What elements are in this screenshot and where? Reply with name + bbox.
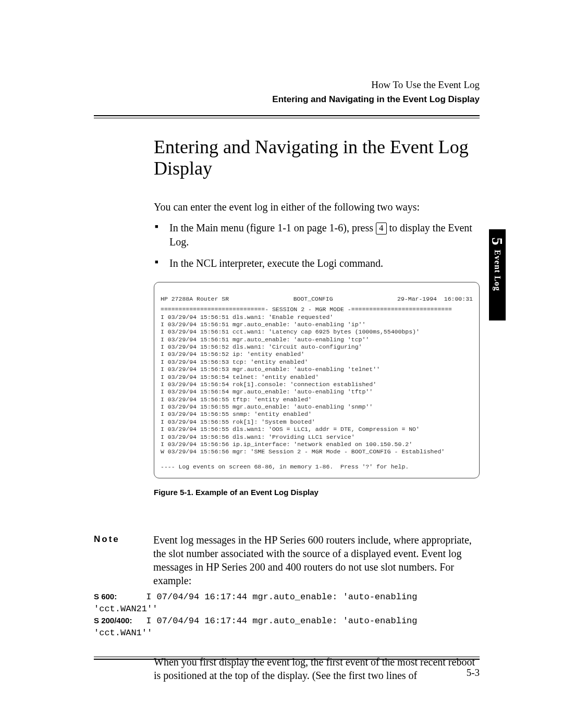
term-line: I 03/29/94 15:56:55 tftp: 'entity enable…	[161, 396, 312, 403]
s200-label: S 200/400:	[94, 615, 141, 626]
term-line: I 03/29/94 15:56:55 rok[1]: 'System boot…	[161, 418, 315, 425]
term-line: I 03/29/94 15:56:51 mgr.auto_enable: 'au…	[161, 336, 369, 343]
figure-caption: Figure 5-1. Example of an Event Log Disp…	[154, 488, 480, 497]
term-line: I 03/29/94 15:56:56 dls.wan1: 'Providing…	[161, 434, 355, 440]
note-label: Note	[94, 533, 142, 545]
bullet1-pre: In the Main menu (figure 1-1 on page 1-6…	[169, 222, 376, 233]
sidetab-text: Event Log	[493, 239, 502, 302]
section-title: Entering and Navigating in the Event Log…	[154, 137, 480, 180]
term-head-right: 29-Mar-1994 16:00:31	[397, 295, 473, 303]
term-line: I 03/29/94 15:56:54 telnet: 'entity enab…	[161, 374, 319, 380]
term-rule: =============================- SESSION 2…	[161, 306, 452, 313]
term-footer: ---- Log events on screen 68-86, in memo…	[161, 463, 409, 470]
term-line: I 03/29/94 15:56:53 mgr.auto_enable: 'au…	[161, 366, 380, 373]
intro-paragraph: You can enter the event log in either of…	[154, 200, 480, 214]
side-tab: 5 Event Log	[489, 229, 506, 320]
example-mono-block: S 600: I 07/04/94 16:17:44 mgr.auto_enab…	[94, 591, 480, 639]
term-line: I 03/29/94 15:56:52 dls.wan1: 'Circuit a…	[161, 343, 362, 350]
term-line: I 03/29/94 15:56:51 dls.wan1: 'Enable re…	[161, 314, 333, 320]
top-thick-rule	[94, 115, 480, 116]
term-line: I 03/29/94 15:56:55 mgr.auto_enable: 'au…	[161, 403, 373, 410]
footer-thick-rule	[94, 659, 480, 660]
s600-line: I 07/04/94 16:17:44 mgr.auto_enable: 'au…	[94, 592, 418, 614]
term-head-left: HP 27288A Router SR	[161, 295, 229, 303]
term-line: I 03/29/94 15:56:54 rok[1].console: 'con…	[161, 381, 376, 388]
term-line: I 03/29/94 15:56:55 dls.wan1: 'OOS = LLC…	[161, 426, 420, 433]
top-thin-rule	[94, 118, 480, 118]
term-line: I 03/29/94 15:56:55 snmp: 'entity enable…	[161, 411, 312, 417]
term-line: I 03/29/94 15:56:53 tcp: 'entity enabled…	[161, 359, 308, 365]
bullet-ncl: In the NCL interpreter, execute the Logi…	[154, 256, 480, 270]
section-running-head: Entering and Navigating in the Event Log…	[94, 94, 480, 105]
footer-thin-rule	[94, 657, 480, 657]
bullet-main-menu: In the Main menu (figure 1-1 on page 1-6…	[154, 221, 480, 249]
page-number: 5-3	[94, 667, 480, 678]
s200-line: I 07/04/94 16:17:44 mgr.auto_enable: 'au…	[94, 616, 418, 638]
term-head-mid: BOOT_CONFIG	[293, 295, 333, 303]
note-paragraph: Event log messages in the HP Series 600 …	[153, 533, 480, 587]
term-line: W 03/29/94 15:56:56 mgr: 'SME Session 2 …	[161, 448, 445, 455]
term-line: I 03/29/94 15:56:52 ip: 'entity enabled'	[161, 351, 304, 357]
term-line: I 03/29/94 15:56:51 mgr.auto_enable: 'au…	[161, 321, 365, 328]
term-line: I 03/29/94 15:56:51 cct.wan1: 'Latency c…	[161, 328, 420, 335]
terminal-screenshot: HP 27288A Router SRBOOT_CONFIG29-Mar-199…	[154, 282, 480, 478]
chapter-running-head: How To Use the Event Log	[94, 78, 480, 92]
term-line: I 03/29/94 15:56:54 mgr.auto_enable: 'au…	[161, 388, 373, 395]
keycap-4: 4	[376, 223, 387, 234]
term-line: I 03/29/94 15:56:56 ip.ip_interface: 'ne…	[161, 441, 412, 448]
s600-label: S 600:	[94, 591, 141, 602]
